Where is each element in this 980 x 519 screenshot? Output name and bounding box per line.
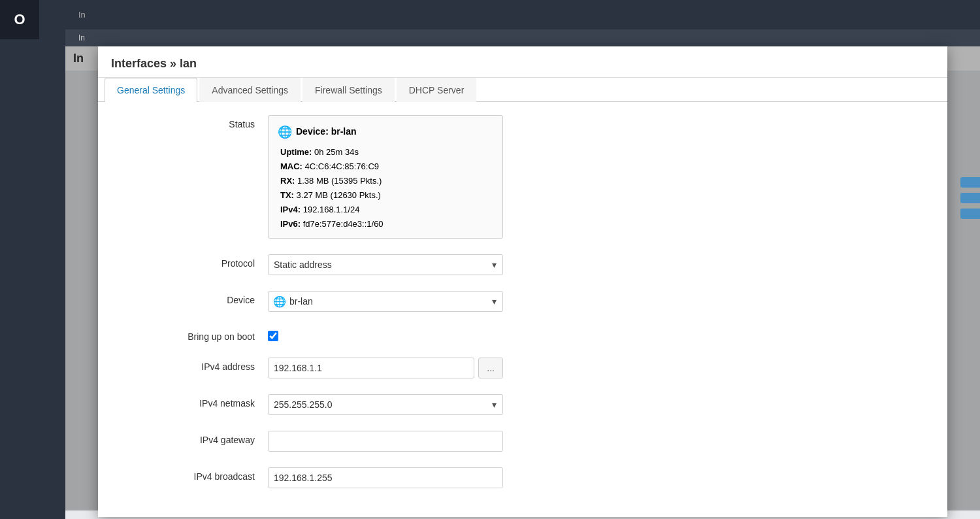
- protocol-select[interactable]: Static address DHCP client Unmanaged: [268, 254, 503, 275]
- ipv4-address-input[interactable]: [268, 358, 474, 378]
- bring-up-control: [268, 327, 503, 341]
- ipv4-address-input-group: ...: [268, 358, 503, 378]
- ipv4-netmask-control: 255.255.255.0 255.255.0.0 255.0.0.0: [268, 394, 503, 415]
- ipv4-broadcast-row: IPv4 broadcast: [124, 467, 921, 488]
- sidebar-logo: O: [0, 0, 39, 39]
- side-btn-3[interactable]: [960, 209, 980, 219]
- status-ipv4: IPv4: 192.168.1.1/24: [280, 203, 493, 217]
- tab-dhcp[interactable]: DHCP Server: [397, 78, 477, 102]
- ipv4-address-row: IPv4 address ...: [124, 358, 921, 378]
- ipv4-address-more-button[interactable]: ...: [478, 358, 503, 378]
- status-box-wrapper: 🌐 Device: br-lan Uptime: 0h 25m 34s: [268, 115, 503, 239]
- device-select-wrapper: 🌐 br-lan: [268, 291, 503, 312]
- main-content: In In In Interfaces » lan General Settin…: [65, 0, 980, 519]
- ipv4-broadcast-input[interactable]: [268, 467, 503, 488]
- sidebar: O: [0, 0, 65, 519]
- side-buttons: [960, 177, 980, 219]
- ipv4-gateway-row: IPv4 gateway: [124, 431, 921, 452]
- status-ipv6: IPv6: fd7e:577e:d4e3::1/60: [280, 217, 493, 231]
- bring-up-label: Bring up on boot: [124, 327, 268, 342]
- protocol-row: Protocol Static address DHCP client Unma…: [124, 254, 921, 275]
- ipv4-gateway-label: IPv4 gateway: [124, 431, 268, 445]
- status-row: Status 🌐 Device: br-lan Up: [124, 115, 921, 239]
- header-label: In: [78, 10, 86, 20]
- device-label: Device: [124, 291, 268, 305]
- ipv4-netmask-label: IPv4 netmask: [124, 394, 268, 409]
- tab-bar: General Settings Advanced Settings Firew…: [98, 78, 947, 102]
- ipv4-broadcast-control: [268, 467, 503, 488]
- breadcrumb-bar: In: [65, 29, 980, 46]
- ipv4-netmask-row: IPv4 netmask 255.255.255.0 255.255.0.0 2…: [124, 394, 921, 415]
- status-tx: TX: 3.27 MB (12630 Pkts.): [280, 188, 493, 203]
- status-rx: RX: 1.38 MB (15395 Pkts.): [280, 174, 493, 188]
- side-btn-2[interactable]: [960, 193, 980, 203]
- tab-advanced[interactable]: Advanced Settings: [199, 78, 301, 102]
- ipv4-netmask-select-wrapper: 255.255.255.0 255.255.0.0 255.0.0.0: [268, 394, 503, 415]
- bring-up-checkbox-wrapper: [268, 327, 503, 341]
- ipv4-netmask-select[interactable]: 255.255.255.0 255.255.0.0 255.0.0.0: [268, 394, 503, 415]
- side-btn-1[interactable]: [960, 177, 980, 188]
- device-select[interactable]: br-lan: [268, 291, 503, 312]
- status-box: 🌐 Device: br-lan Uptime: 0h 25m 34s: [268, 115, 503, 239]
- form-body: Status 🌐 Device: br-lan Up: [98, 102, 947, 517]
- breadcrumb-text: In: [78, 33, 85, 42]
- ipv4-address-control: ...: [268, 358, 503, 378]
- status-device-icon: 🌐: [278, 122, 292, 142]
- status-label: Status: [124, 115, 268, 129]
- protocol-control: Static address DHCP client Unmanaged: [268, 254, 503, 275]
- ipv4-broadcast-label: IPv4 broadcast: [124, 467, 268, 482]
- protocol-label: Protocol: [124, 254, 268, 269]
- page-header: In: [65, 0, 980, 29]
- modal-overlay: Interfaces » lan General Settings Advanc…: [65, 46, 980, 511]
- ipv4-address-label: IPv4 address: [124, 358, 268, 372]
- device-control: 🌐 br-lan: [268, 291, 503, 312]
- status-device-label: Device: br-lan: [296, 124, 357, 140]
- tab-firewall[interactable]: Firewall Settings: [302, 78, 395, 102]
- status-header: 🌐 Device: br-lan: [278, 122, 493, 142]
- ipv4-gateway-control: [268, 431, 503, 452]
- status-mac: MAC: 4C:C6:4C:85:76:C9: [280, 159, 493, 174]
- bring-up-row: Bring up on boot: [124, 327, 921, 342]
- modal-title: Interfaces » lan: [98, 46, 947, 78]
- device-row: Device 🌐 br-lan: [124, 291, 921, 312]
- ipv4-gateway-input[interactable]: [268, 431, 503, 452]
- tab-general[interactable]: General Settings: [105, 78, 197, 102]
- brand-letter: O: [14, 11, 25, 28]
- protocol-select-wrapper: Static address DHCP client Unmanaged: [268, 254, 503, 275]
- modal: Interfaces » lan General Settings Advanc…: [98, 46, 947, 517]
- status-uptime: Uptime: 0h 25m 34s: [280, 145, 493, 159]
- bring-up-checkbox[interactable]: [268, 331, 278, 341]
